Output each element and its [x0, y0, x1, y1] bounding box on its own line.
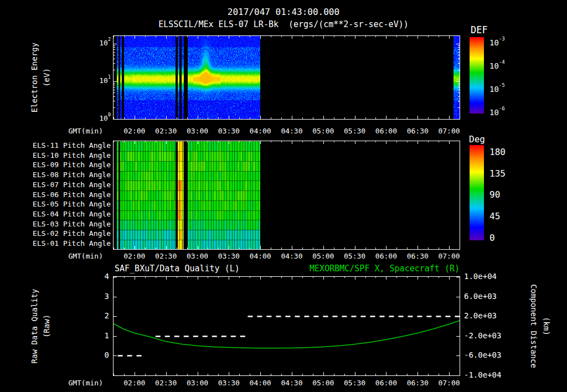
deg-colorbar-title: Deg	[469, 135, 485, 145]
pitch-row-label: ELS-05 Pitch Angle	[30, 200, 111, 208]
deg-tick-label: 0	[489, 233, 495, 243]
line-plot-panel	[113, 276, 460, 376]
time-tick-label: 02:30	[151, 127, 182, 135]
time-tick-label: 05:30	[339, 252, 370, 260]
deg-tick-label: 90	[489, 190, 500, 200]
energy-tick-label: 102	[87, 39, 111, 48]
def-tick-label: 10-4	[489, 61, 505, 70]
gmt-axis-label-top: GMT(min)	[55, 127, 103, 135]
time-tick-label: 05:00	[308, 379, 339, 387]
pitch-angle-canvas	[114, 141, 460, 249]
time-tick-label: 07:00	[434, 379, 465, 387]
distance-tick-label: -1.0e+04	[464, 371, 501, 379]
time-tick-label: 03:30	[213, 252, 244, 260]
quality-tick-label: 2	[97, 312, 109, 320]
deg-colorbar	[470, 145, 484, 240]
time-tick-label: 06:30	[402, 252, 433, 260]
deg-tick-label: 180	[489, 147, 506, 157]
energy-spectrogram-canvas	[114, 36, 460, 119]
time-tick-label: 06:00	[370, 252, 401, 260]
pitch-row-label: ELS-06 Pitch Angle	[30, 191, 111, 199]
time-tick-label: 04:30	[276, 252, 307, 260]
pitch-row-label: ELS-03 Pitch Angle	[30, 220, 111, 228]
energy-tick-label: 101	[87, 76, 111, 85]
electron-energy-axis-label: Electron Energy	[30, 43, 39, 112]
def-colorbar-title: DEF	[471, 25, 488, 35]
pitch-row-label: ELS-09 Pitch Angle	[30, 161, 111, 169]
pitch-row-label: ELS-01 Pitch Angle	[30, 240, 111, 247]
gmt-axis-label-bottom: GMT(min)	[55, 379, 103, 387]
quality-tick-label: 4	[97, 272, 109, 281]
deg-tick-label: 135	[489, 169, 506, 179]
deg-colorbar-canvas	[470, 145, 484, 240]
time-tick-label: 04:30	[276, 127, 307, 135]
time-tick-label: 04:00	[245, 252, 276, 260]
pitch-row-label: ELS-11 Pitch Angle	[30, 142, 111, 149]
pitch-row-label: ELS-08 Pitch Angle	[30, 171, 111, 179]
time-tick-label: 05:00	[308, 252, 339, 260]
distance-tick-label: -2.0e+03	[464, 332, 501, 340]
time-tick-label: 06:00	[370, 379, 401, 387]
pitch-row-label: ELS-07 Pitch Angle	[30, 181, 111, 189]
timestamp-title: 2017/047 01:43:00.000	[0, 7, 567, 17]
def-tick-label: 10-6	[489, 107, 505, 117]
distance-tick-label: -6.0e+03	[464, 351, 501, 359]
time-tick-label: 03:30	[213, 379, 244, 387]
time-tick-label: 02:00	[119, 252, 150, 260]
time-tick-label: 05:30	[339, 379, 370, 387]
deg-tick-label: 45	[489, 212, 500, 221]
plot-viewer: 2017/047 01:43:00.000 ELSSCIL/MEx ELS-07…	[0, 0, 567, 392]
def-colorbar-canvas	[470, 37, 484, 114]
component-distance-axis-label: Component Distance	[529, 284, 537, 368]
time-tick-label: 02:00	[119, 379, 150, 387]
time-tick-label: 04:00	[245, 127, 276, 135]
electron-energy-units-label: (eV)	[43, 68, 51, 87]
time-tick-label: 05:00	[308, 127, 339, 135]
time-tick-label: 05:30	[339, 127, 370, 135]
distance-tick-label: 1.0e+04	[464, 272, 497, 281]
pitch-angle-panel	[113, 141, 460, 250]
energy-spectrogram-panel	[113, 35, 460, 120]
time-tick-label: 07:00	[434, 252, 465, 260]
pitch-row-label: ELS-10 Pitch Angle	[30, 152, 111, 159]
left-plot-title: SAF_BXuT/Data Quality (L)	[115, 264, 240, 274]
time-tick-label: 04:00	[245, 379, 276, 387]
time-tick-label: 03:00	[182, 127, 213, 135]
distance-tick-label: 6.0e+03	[464, 292, 497, 301]
component-distance-units-label: (km)	[542, 317, 550, 336]
pitch-row-label: ELS-02 Pitch Angle	[30, 230, 111, 238]
time-tick-label: 06:30	[402, 379, 433, 387]
time-tick-label: 03:00	[182, 379, 213, 387]
time-tick-label: 03:00	[182, 252, 213, 260]
time-tick-label: 02:30	[151, 379, 182, 387]
plot-units-label: (ergs/(cm**2-sr-sec-eV))	[288, 19, 409, 29]
quality-tick-label: 3	[97, 292, 109, 301]
time-tick-label: 06:30	[402, 127, 433, 135]
energy-tick-label: 100	[87, 114, 111, 123]
gmt-axis-label-middle: GMT(min)	[55, 252, 103, 260]
def-tick-label: 10-3	[489, 38, 505, 47]
raw-data-quality-axis-label: Raw Data Quality	[30, 289, 39, 364]
distance-tick-label: 2.0e+03	[464, 312, 497, 320]
quality-tick-label: 1	[97, 332, 109, 340]
def-colorbar	[470, 37, 484, 114]
plot-title: ELSSCIL/MEx ELS-07 LR-Bk	[158, 19, 279, 29]
pitch-row-label: ELS-04 Pitch Angle	[30, 210, 111, 218]
right-plot-title: MEXORBMC/SPF X, Spacecraft (R)	[238, 264, 460, 274]
quality-tick-label: 0	[97, 351, 109, 359]
time-tick-label: 06:00	[370, 127, 401, 135]
time-tick-label: 04:30	[276, 379, 307, 387]
time-tick-label: 02:30	[151, 252, 182, 260]
def-tick-label: 10-5	[489, 84, 505, 94]
time-tick-label: 07:00	[434, 127, 465, 135]
time-tick-label: 03:30	[213, 127, 244, 135]
time-tick-label: 02:00	[119, 127, 150, 135]
line-plot-canvas	[114, 277, 460, 375]
raw-data-quality-units-label: (Raw)	[43, 314, 51, 338]
